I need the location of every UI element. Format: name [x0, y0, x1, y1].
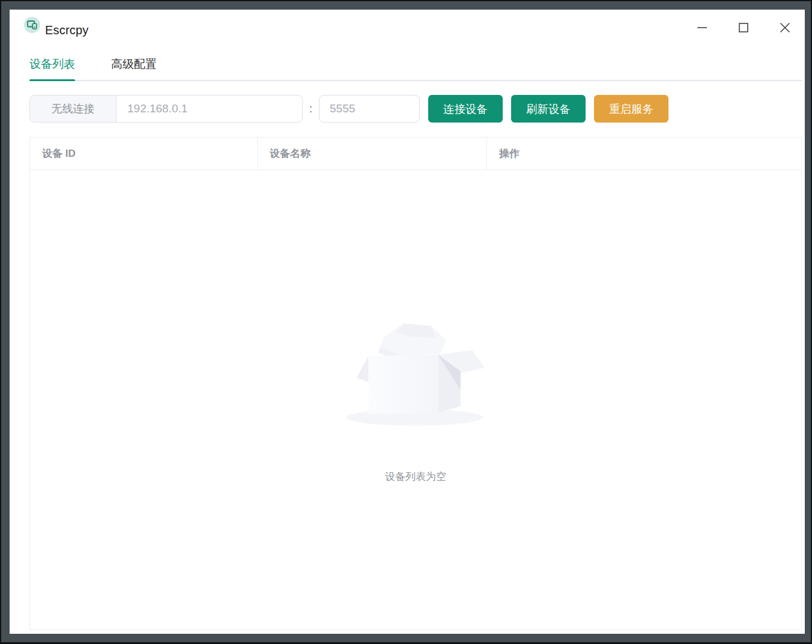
table-empty-state: 设备列表为空 [30, 171, 801, 630]
tab-advanced-config[interactable]: 高级配置 [111, 48, 157, 80]
wireless-connect-prepend: 无线连接 [30, 96, 117, 122]
restart-service-button[interactable]: 重启服务 [594, 95, 668, 123]
window-controls [688, 18, 799, 37]
tab-label: 高级配置 [111, 56, 157, 72]
column-header-device-id: 设备 ID [30, 138, 258, 169]
tab-label: 设备列表 [29, 56, 75, 72]
maximize-icon [739, 23, 748, 32]
column-header-actions: 操作 [487, 138, 801, 169]
app-window: Escrcpy [10, 10, 805, 634]
close-button[interactable] [771, 18, 799, 37]
titlebar: Escrcpy [10, 10, 805, 47]
column-header-device-name: 设备名称 [258, 138, 487, 169]
port-input[interactable] [319, 95, 420, 123]
wireless-address-group: 无线连接 [29, 95, 303, 123]
maximize-button[interactable] [729, 18, 757, 37]
minimize-button[interactable] [688, 18, 716, 37]
minimize-icon [697, 22, 707, 33]
connect-device-button[interactable]: 连接设备 [428, 95, 503, 123]
tab-device-list[interactable]: 设备列表 [29, 48, 75, 80]
tab-bar: 设备列表 高级配置 [29, 48, 802, 81]
app-logo-icon [24, 17, 40, 33]
empty-text: 设备列表为空 [385, 470, 446, 484]
window-frame: Escrcpy [1, 1, 811, 642]
empty-box-illustration [345, 317, 486, 433]
connection-toolbar: 无线连接 : 连接设备 刷新设备 重启服务 [29, 95, 668, 123]
ip-address-input[interactable] [117, 96, 302, 122]
app-title: Escrcpy [45, 23, 89, 37]
close-icon [780, 22, 790, 33]
table-header-row: 设备 ID 设备名称 操作 [30, 138, 801, 170]
refresh-device-button[interactable]: 刷新设备 [511, 95, 586, 123]
port-separator: : [309, 103, 312, 115]
device-table: 设备 ID 设备名称 操作 [29, 137, 802, 630]
